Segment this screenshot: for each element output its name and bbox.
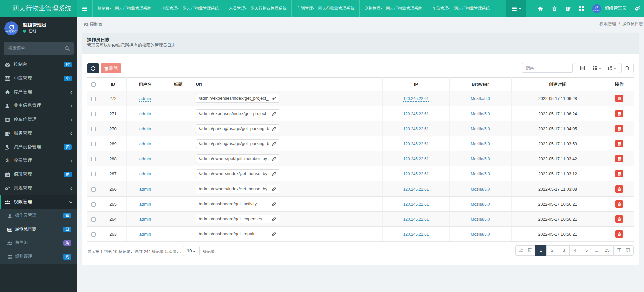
svg-text:一网天行: 一网天行 [6,30,17,33]
svg-text:一网天行: 一网天行 [593,9,600,11]
